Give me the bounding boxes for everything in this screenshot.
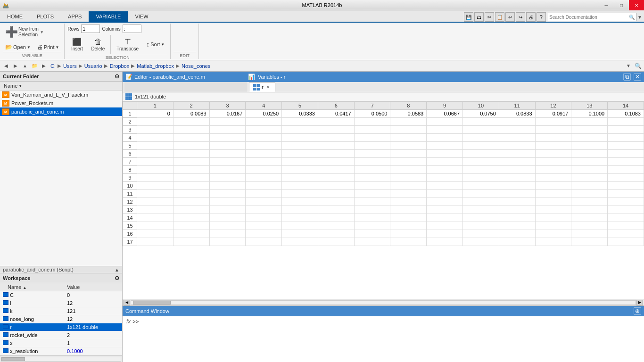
- table-cell[interactable]: [535, 142, 571, 150]
- table-cell[interactable]: [137, 118, 173, 126]
- table-cell[interactable]: [282, 198, 318, 206]
- table-cell[interactable]: [535, 206, 571, 214]
- table-cell[interactable]: [354, 198, 390, 206]
- file-item-parabolic[interactable]: M parabolic_and_cone.m: [0, 107, 122, 116]
- table-cell[interactable]: [571, 166, 608, 174]
- var-tab-r[interactable]: r ✕: [249, 82, 275, 92]
- crumb-nose-cones[interactable]: Nose_cones: [180, 63, 212, 69]
- table-cell[interactable]: [209, 174, 246, 182]
- table-cell[interactable]: [318, 230, 354, 238]
- table-cell[interactable]: [137, 134, 173, 142]
- table-row[interactable]: 100.00830.01670.02500.03330.04170.05000.…: [123, 110, 644, 118]
- folder-name-col-header[interactable]: Name ▼: [2, 82, 24, 89]
- table-cell[interactable]: 0.0750: [463, 110, 499, 118]
- table-cell[interactable]: [499, 238, 535, 246]
- table-cell[interactable]: [427, 222, 463, 230]
- table-cell[interactable]: [571, 206, 608, 214]
- table-cell[interactable]: [137, 230, 173, 238]
- table-cell[interactable]: [571, 190, 608, 198]
- table-cell[interactable]: [499, 174, 535, 182]
- addr-dropdown-icon[interactable]: ▼: [624, 62, 633, 70]
- tab-plots[interactable]: PLOTS: [30, 11, 61, 22]
- col-header-14[interactable]: 14: [608, 102, 644, 110]
- table-cell[interactable]: [390, 142, 427, 150]
- table-cell[interactable]: [390, 118, 427, 126]
- table-cell[interactable]: [427, 166, 463, 174]
- table-cell[interactable]: [608, 206, 644, 214]
- table-cell[interactable]: [318, 166, 354, 174]
- table-cell[interactable]: [535, 166, 571, 174]
- table-cell[interactable]: [535, 118, 571, 126]
- table-cell[interactable]: [390, 214, 427, 222]
- table-cell[interactable]: [354, 134, 390, 142]
- table-cell[interactable]: [499, 126, 535, 134]
- table-cell[interactable]: [427, 190, 463, 198]
- table-row[interactable]: 11: [123, 190, 644, 198]
- table-cell[interactable]: 0.1083: [608, 110, 644, 118]
- table-row[interactable]: 10: [123, 182, 644, 190]
- browse-button[interactable]: ▶: [40, 62, 48, 70]
- table-cell[interactable]: [571, 118, 608, 126]
- table-cell[interactable]: [173, 214, 209, 222]
- table-cell[interactable]: [318, 150, 354, 158]
- table-cell[interactable]: [318, 198, 354, 206]
- maximize-button[interactable]: □: [614, 0, 629, 10]
- table-cell[interactable]: [463, 230, 499, 238]
- table-cell[interactable]: [354, 214, 390, 222]
- search-icon[interactable]: 🔍: [627, 13, 636, 21]
- table-cell[interactable]: [463, 142, 499, 150]
- table-cell[interactable]: 0.0500: [354, 110, 390, 118]
- col-header-4[interactable]: 4: [246, 102, 282, 110]
- table-cell[interactable]: 0.0083: [173, 110, 209, 118]
- tab-variable[interactable]: VARIABLE: [89, 11, 128, 22]
- ws-row-c[interactable]: C 0: [0, 291, 122, 299]
- table-cell[interactable]: [137, 214, 173, 222]
- table-cell[interactable]: [318, 118, 354, 126]
- table-cell[interactable]: [427, 118, 463, 126]
- table-cell[interactable]: [535, 134, 571, 142]
- ws-row-r[interactable]: r 1x121 double: [0, 323, 122, 331]
- table-cell[interactable]: [246, 142, 282, 150]
- table-cell[interactable]: [209, 222, 246, 230]
- table-cell[interactable]: [173, 230, 209, 238]
- cols-input[interactable]: [123, 25, 141, 33]
- table-cell[interactable]: 0.0417: [318, 110, 354, 118]
- table-cell[interactable]: [282, 134, 318, 142]
- table-cell[interactable]: [571, 230, 608, 238]
- var-table-hscroll[interactable]: ◀ ▶: [123, 299, 644, 305]
- table-cell[interactable]: 0: [137, 110, 173, 118]
- table-cell[interactable]: [137, 142, 173, 150]
- table-cell[interactable]: [318, 238, 354, 246]
- ws-row-l[interactable]: l 12: [0, 299, 122, 307]
- open-button[interactable]: 📂 Open ▼: [3, 42, 33, 52]
- ws-name-header[interactable]: Name ▲: [0, 283, 64, 291]
- tab-view[interactable]: VIEW: [128, 11, 155, 22]
- table-cell[interactable]: [427, 238, 463, 246]
- table-cell[interactable]: [173, 190, 209, 198]
- table-cell[interactable]: [463, 238, 499, 246]
- table-cell[interactable]: [137, 198, 173, 206]
- table-cell[interactable]: [137, 126, 173, 134]
- table-cell[interactable]: [354, 182, 390, 190]
- table-cell[interactable]: [427, 230, 463, 238]
- toolbar-print-icon[interactable]: 🖨: [526, 12, 536, 22]
- table-cell[interactable]: [282, 142, 318, 150]
- table-cell[interactable]: [427, 142, 463, 150]
- variable-data-table-container[interactable]: 1 2 3 4 5 6 7 8 9 10 11 12 13 14: [123, 101, 644, 299]
- table-cell[interactable]: [499, 230, 535, 238]
- table-cell[interactable]: [246, 150, 282, 158]
- table-cell[interactable]: [571, 222, 608, 230]
- table-cell[interactable]: [173, 238, 209, 246]
- hscroll-left-btn[interactable]: ◀: [124, 300, 130, 305]
- table-cell[interactable]: [282, 166, 318, 174]
- table-cell[interactable]: [209, 166, 246, 174]
- table-cell[interactable]: [173, 166, 209, 174]
- table-cell[interactable]: [354, 174, 390, 182]
- table-cell[interactable]: [246, 118, 282, 126]
- table-cell[interactable]: [173, 134, 209, 142]
- table-cell[interactable]: [535, 182, 571, 190]
- table-cell[interactable]: [463, 158, 499, 166]
- toolbar-save-icon[interactable]: 💾: [464, 12, 473, 22]
- table-cell[interactable]: [608, 198, 644, 206]
- table-cell[interactable]: [463, 166, 499, 174]
